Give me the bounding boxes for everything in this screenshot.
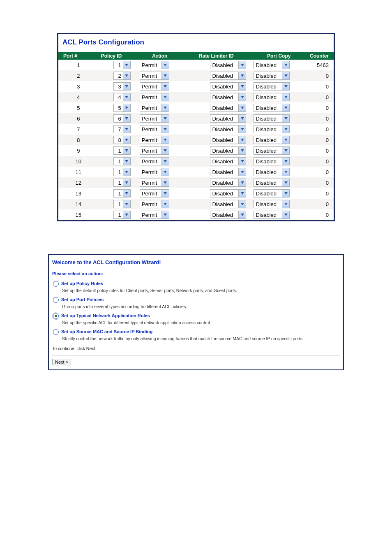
- policy-id-select[interactable]: 1: [113, 146, 131, 155]
- policy-id-select[interactable]: 3: [113, 82, 131, 91]
- svg-marker-5: [164, 74, 167, 77]
- port-copy-select[interactable]: Disabled: [254, 125, 290, 133]
- port-copy-select[interactable]: Disabled: [254, 146, 290, 155]
- port-number: 11: [58, 167, 99, 177]
- wizard-option-label[interactable]: Set up Policy Rules: [61, 281, 103, 286]
- svg-marker-23: [284, 117, 288, 120]
- counter-value: 0: [307, 81, 334, 92]
- policy-id-select[interactable]: 5: [113, 104, 131, 112]
- port-copy-select[interactable]: Disabled: [254, 179, 290, 187]
- policy-id-select[interactable]: 1: [113, 157, 131, 165]
- action-select[interactable]: Permit: [140, 61, 169, 69]
- policy-id-select[interactable]: 8: [113, 136, 131, 144]
- action-select[interactable]: Permit: [140, 136, 169, 144]
- action-select[interactable]: Permit: [140, 189, 169, 197]
- table-row: 55PermitDisabledDisabled0: [58, 102, 334, 113]
- policy-id-select[interactable]: 1: [113, 61, 131, 69]
- rate-limiter-select[interactable]: Disabled: [210, 61, 246, 69]
- action-select[interactable]: Permit: [140, 93, 169, 101]
- next-button[interactable]: Next >: [52, 359, 71, 365]
- policy-id-select[interactable]: 4: [113, 93, 131, 101]
- radio-button[interactable]: [53, 281, 59, 287]
- port-copy-select[interactable]: Disabled: [254, 61, 290, 69]
- rate-limiter-select[interactable]: Disabled: [210, 82, 246, 91]
- action-select[interactable]: Permit: [140, 211, 169, 219]
- action-select[interactable]: Permit: [140, 157, 169, 165]
- rate-limiter-select[interactable]: Disabled: [210, 72, 246, 80]
- port-number: 5: [58, 102, 99, 113]
- policy-id-select[interactable]: 1: [113, 189, 131, 197]
- svg-marker-35: [284, 149, 288, 152]
- svg-marker-10: [241, 85, 244, 88]
- rate-limiter-select[interactable]: Disabled: [210, 104, 246, 112]
- svg-marker-29: [164, 139, 167, 141]
- action-select[interactable]: Permit: [140, 168, 169, 176]
- action-select[interactable]: Permit: [140, 200, 169, 208]
- chevron-down-icon: [238, 114, 246, 123]
- rate-limiter-select-value: Disabled: [210, 189, 238, 197]
- port-copy-select-value: Disabled: [254, 61, 282, 69]
- radio-button[interactable]: [53, 313, 59, 319]
- rate-limiter-select[interactable]: Disabled: [210, 179, 246, 187]
- policy-id-select[interactable]: 1: [113, 168, 131, 176]
- action-select[interactable]: Permit: [140, 125, 169, 133]
- chevron-down-icon: [238, 200, 246, 208]
- wizard-option-label[interactable]: Set up Source MAC and Source IP Binding: [61, 329, 152, 334]
- policy-id-select[interactable]: 6: [113, 114, 131, 123]
- table-row: 11PermitDisabledDisabled5463: [58, 60, 334, 70]
- wizard-title: Welcome to the ACL Configuration Wizard!: [52, 258, 340, 269]
- chevron-down-icon: [161, 189, 169, 197]
- port-copy-select[interactable]: Disabled: [254, 114, 290, 123]
- port-copy-select[interactable]: Disabled: [254, 211, 290, 219]
- port-copy-select[interactable]: Disabled: [254, 104, 290, 112]
- table-row: 88PermitDisabledDisabled0: [58, 135, 334, 145]
- rate-limiter-select[interactable]: Disabled: [210, 125, 246, 133]
- port-copy-select[interactable]: Disabled: [254, 72, 290, 80]
- table-header-row: Port # Policy ID Action Rate Limiter ID …: [58, 52, 334, 60]
- policy-id-select[interactable]: 1: [113, 200, 131, 208]
- chevron-down-icon: [123, 114, 131, 123]
- radio-button[interactable]: [53, 329, 59, 335]
- rate-limiter-select[interactable]: Disabled: [210, 211, 246, 219]
- action-select[interactable]: Permit: [140, 179, 169, 187]
- rate-limiter-select[interactable]: Disabled: [210, 168, 246, 176]
- port-copy-select[interactable]: Disabled: [254, 136, 290, 144]
- policy-id-select[interactable]: 1: [113, 179, 131, 187]
- rate-limiter-select[interactable]: Disabled: [210, 157, 246, 165]
- action-select-value: Permit: [140, 189, 161, 197]
- col-action: Action: [137, 52, 182, 60]
- wizard-option-label[interactable]: Set up Port Policies: [61, 297, 104, 302]
- port-copy-select[interactable]: Disabled: [254, 168, 290, 176]
- port-copy-select[interactable]: Disabled: [254, 93, 290, 101]
- rate-limiter-select[interactable]: Disabled: [210, 200, 246, 208]
- policy-id-select[interactable]: 7: [113, 125, 131, 133]
- policy-id-select[interactable]: 1: [113, 211, 131, 219]
- action-select[interactable]: Permit: [140, 114, 169, 123]
- rate-limiter-select[interactable]: Disabled: [210, 136, 246, 144]
- svg-marker-46: [241, 181, 244, 184]
- rate-limiter-select[interactable]: Disabled: [210, 93, 246, 101]
- col-rate: Rate Limiter ID: [182, 52, 250, 60]
- chevron-down-icon: [238, 125, 246, 133]
- radio-button[interactable]: [53, 297, 59, 303]
- svg-marker-41: [164, 171, 167, 173]
- policy-id-select[interactable]: 2: [113, 72, 131, 80]
- port-copy-select[interactable]: Disabled: [254, 189, 290, 197]
- rate-limiter-select-value: Disabled: [210, 93, 238, 101]
- rate-limiter-select[interactable]: Disabled: [210, 146, 246, 155]
- rate-limiter-select[interactable]: Disabled: [210, 114, 246, 123]
- port-copy-select[interactable]: Disabled: [254, 82, 290, 91]
- counter-value: 0: [307, 124, 334, 135]
- chevron-down-icon: [161, 104, 169, 112]
- action-select-value: Permit: [140, 146, 161, 155]
- port-copy-select[interactable]: Disabled: [254, 157, 290, 165]
- action-select-value: Permit: [140, 61, 161, 69]
- action-select[interactable]: Permit: [140, 104, 169, 112]
- action-select[interactable]: Permit: [140, 146, 169, 155]
- action-select[interactable]: Permit: [140, 72, 169, 80]
- col-port: Port #: [58, 52, 99, 60]
- port-copy-select[interactable]: Disabled: [254, 200, 290, 208]
- action-select[interactable]: Permit: [140, 82, 169, 91]
- wizard-option-label[interactable]: Set up Typical Network Application Rules: [61, 313, 150, 318]
- rate-limiter-select[interactable]: Disabled: [210, 189, 246, 197]
